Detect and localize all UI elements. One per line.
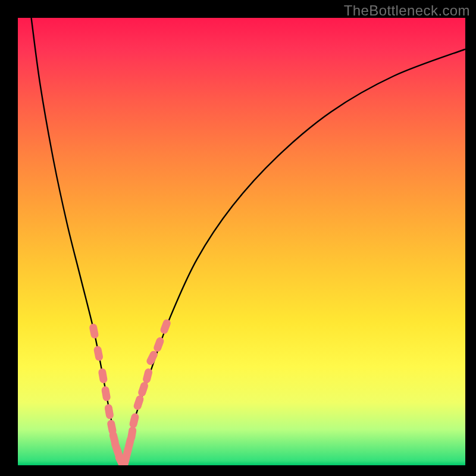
left-dots-group [93, 328, 125, 465]
svg-line-19 [151, 355, 154, 361]
svg-line-21 [164, 323, 167, 330]
chart-frame: TheBottleneck.com [0, 0, 476, 476]
svg-line-20 [158, 341, 160, 347]
svg-line-18 [147, 372, 149, 380]
bottleneck-curve [32, 18, 465, 465]
svg-line-3 [105, 390, 107, 397]
svg-line-14 [131, 430, 133, 437]
chart-svg [18, 18, 465, 465]
svg-line-0 [93, 328, 95, 335]
svg-line-1 [98, 350, 99, 357]
svg-line-5 [111, 424, 112, 431]
svg-line-2 [102, 372, 104, 380]
svg-line-15 [133, 417, 135, 424]
svg-line-17 [142, 386, 145, 392]
watermark-text: TheBottleneck.com [344, 2, 470, 19]
svg-line-16 [137, 399, 140, 406]
plot-area [18, 18, 465, 465]
right-dots-group [124, 323, 167, 464]
svg-line-4 [108, 408, 109, 415]
